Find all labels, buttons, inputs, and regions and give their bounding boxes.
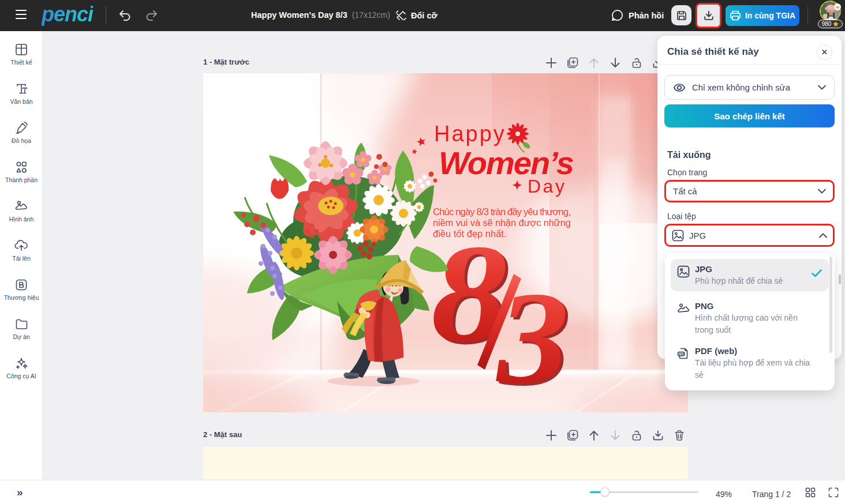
svg-text:8: 8 [431,216,508,371]
svg-text:PDF: PDF [679,352,686,356]
svg-text:3: 3 [496,265,569,411]
svg-text:Happy: Happy [434,122,506,146]
svg-text:Day: Day [528,176,566,197]
